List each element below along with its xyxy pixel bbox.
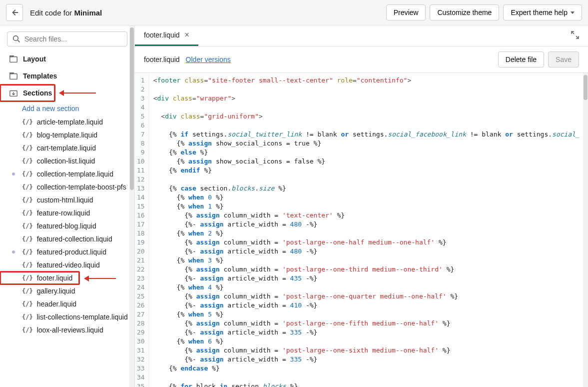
unsaved-dot-icon [12, 250, 15, 254]
liquid-file-icon: {/} [22, 118, 33, 126]
older-versions-link[interactable]: Older versions [186, 56, 231, 64]
svg-point-0 [13, 36, 18, 41]
file-label: header.liquid [37, 300, 76, 308]
expand-button[interactable] [570, 30, 580, 42]
close-icon[interactable]: × [185, 30, 189, 40]
unsaved-dot-icon [12, 172, 15, 176]
sidebar-scrollbar-thumb[interactable] [130, 28, 134, 190]
folder-templates[interactable]: Templates [0, 68, 134, 84]
file-label: blog-template.liquid [37, 131, 97, 139]
file-label: custom-html.liquid [37, 196, 93, 204]
topbar: Edit code for Minimal Preview Customize … [0, 0, 588, 26]
file-article-template-liquid[interactable]: {/}article-template.liquid [0, 116, 134, 128]
file-blog-template-liquid[interactable]: {/}blog-template.liquid [0, 128, 134, 142]
svg-line-1 [17, 40, 19, 42]
tab-footer[interactable]: footer.liquid × [135, 26, 198, 46]
delete-file-button[interactable]: Delete file [498, 52, 544, 68]
file-label: cart-template.liquid [37, 144, 96, 152]
save-button[interactable]: Save [548, 52, 579, 68]
sidebar: Layout Templates Sections Add a new sect… [0, 26, 135, 387]
liquid-file-icon: {/} [22, 314, 33, 320]
file-label: list-collections-template.liquid [37, 313, 128, 321]
liquid-file-icon: {/} [22, 170, 33, 178]
folder-icon [9, 54, 18, 64]
file-featured-video-liquid[interactable]: {/}featured-video.liquid [0, 258, 134, 272]
code-content[interactable]: <footer class="site-footer small--text-c… [149, 73, 588, 387]
file-label: featured-blog.liquid [37, 222, 96, 230]
liquid-file-icon: {/} [22, 144, 33, 152]
file-custom-html-liquid[interactable]: {/}custom-html.liquid [0, 194, 134, 206]
editor-scrollbar-thumb[interactable] [584, 75, 588, 100]
svg-rect-2 [10, 57, 17, 62]
file-gallery-liquid[interactable]: {/}gallery.liquid [0, 284, 134, 298]
folder-layout[interactable]: Layout [0, 50, 134, 68]
file-cart-template-liquid[interactable]: {/}cart-template.liquid [0, 142, 134, 154]
customize-theme-button[interactable]: Customize theme [430, 4, 499, 20]
file-label: featured-collection.liquid [37, 235, 112, 243]
expand-icon [570, 30, 580, 40]
file-collection-list-liquid[interactable]: {/}collection-list.liquid [0, 154, 134, 168]
folder-open-icon [9, 88, 18, 98]
file-loox-all-reviews-liquid[interactable]: {/}loox-all-reviews.liquid [0, 324, 134, 336]
code-editor[interactable]: 1234567891011121314151617181920212223242… [135, 73, 588, 387]
file-label: collection-list.liquid [37, 157, 95, 165]
preview-button[interactable]: Preview [386, 4, 426, 20]
chevron-down-icon [571, 12, 575, 14]
file-label: collection-template-boost-pfs [37, 183, 126, 191]
sidebar-scrollbar[interactable] [129, 26, 134, 387]
editor-pane: footer.liquid × footer.liquid Older vers… [135, 26, 588, 387]
annotation-arrow [61, 92, 96, 94]
liquid-file-icon: {/} [22, 236, 33, 242]
liquid-file-icon: {/} [22, 132, 33, 138]
liquid-file-icon: {/} [22, 222, 33, 230]
liquid-file-icon: {/} [22, 262, 33, 268]
file-featured-collection-liquid[interactable]: {/}featured-collection.liquid [0, 232, 134, 246]
file-label: feature-row.liquid [37, 209, 90, 217]
file-label: gallery.liquid [37, 287, 75, 295]
file-featured-blog-liquid[interactable]: {/}featured-blog.liquid [0, 220, 134, 232]
search-input[interactable] [24, 35, 122, 43]
file-feature-row-liquid[interactable]: {/}feature-row.liquid [0, 206, 134, 220]
file-tree: Layout Templates Sections Add a new sect… [0, 50, 134, 387]
liquid-file-icon: {/} [22, 248, 33, 256]
expert-help-button[interactable]: Expert theme help [503, 4, 582, 20]
file-footer-liquid[interactable]: {/}footer.liquid [0, 272, 79, 284]
add-section-link[interactable]: Add a new section [0, 102, 134, 116]
search-input-wrap[interactable] [7, 32, 127, 46]
liquid-file-icon: {/} [22, 158, 33, 164]
liquid-file-icon: {/} [22, 196, 33, 204]
file-collection-template-boost-pfs[interactable]: {/}collection-template-boost-pfs [0, 180, 134, 194]
file-header-liquid[interactable]: {/}header.liquid [0, 298, 134, 310]
liquid-file-icon: {/} [22, 274, 33, 282]
file-list-collections-template-liquid[interactable]: {/}list-collections-template.liquid [0, 310, 134, 324]
folder-icon [9, 72, 18, 80]
file-label: footer.liquid [37, 274, 73, 282]
liquid-file-icon: {/} [22, 300, 33, 308]
file-label: article-template.liquid [37, 118, 103, 126]
current-file-name: footer.liquid [144, 56, 180, 64]
file-label: featured-video.liquid [37, 261, 100, 269]
back-button[interactable] [6, 4, 23, 21]
svg-rect-3 [10, 74, 17, 80]
arrow-left-icon [10, 8, 19, 17]
file-collection-template-liquid[interactable]: {/}collection-template.liquid [0, 168, 134, 180]
file-label: featured-product.liquid [37, 248, 106, 256]
folder-sections[interactable]: Sections [0, 84, 55, 102]
file-label: loox-all-reviews.liquid [37, 326, 103, 334]
liquid-file-icon: {/} [22, 288, 33, 294]
liquid-file-icon: {/} [22, 326, 33, 334]
search-icon [12, 35, 20, 43]
editor-scrollbar[interactable] [583, 73, 588, 387]
liquid-file-icon: {/} [22, 184, 33, 190]
annotation-arrow [86, 278, 116, 279]
liquid-file-icon: {/} [22, 210, 33, 216]
file-label: collection-template.liquid [37, 170, 113, 178]
file-featured-product-liquid[interactable]: {/}featured-product.liquid [0, 246, 134, 258]
page-title: Edit code for Minimal [30, 8, 102, 17]
line-gutter: 1234567891011121314151617181920212223242… [135, 73, 149, 387]
